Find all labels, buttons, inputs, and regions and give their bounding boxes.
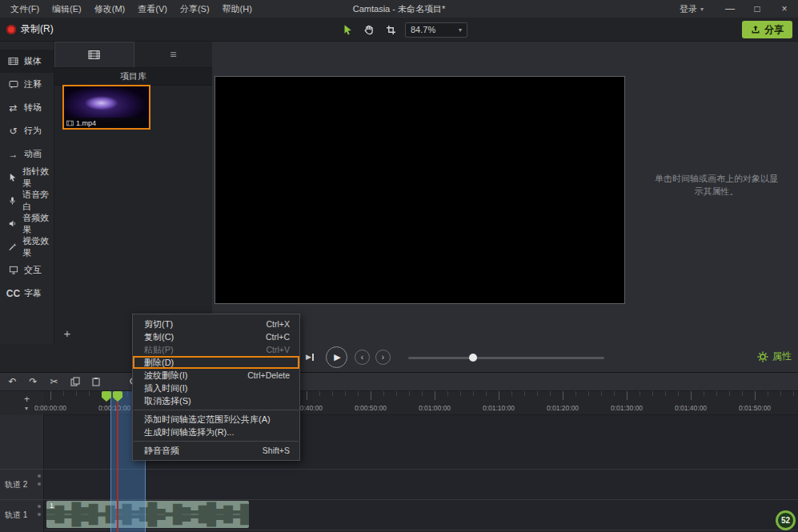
add-media-button[interactable]: + (61, 326, 74, 340)
tools-sidebar: 媒体 注释 ⇄ 转场 ↺ 行为 → 动画 指针效果 (0, 42, 54, 344)
paste-icon (91, 377, 101, 386)
sidebar-item-annotations[interactable]: 注释 (0, 73, 54, 96)
minimize-button[interactable]: — (716, 0, 744, 18)
play-icon: ▶ (334, 352, 340, 362)
sidebar-item-cursor-effects[interactable]: 指针效果 (0, 166, 54, 189)
sidebar-item-media[interactable]: 媒体 (0, 50, 54, 73)
pan-hand-tool[interactable] (362, 22, 376, 37)
redo-button[interactable]: ↷ (27, 376, 39, 387)
context-menu-item-silence-audio[interactable]: 静音音频Shift+S (133, 444, 299, 457)
tab-media-bin[interactable] (54, 42, 134, 67)
record-button[interactable]: 录制(R) (6, 22, 54, 36)
context-menu-item-cut[interactable]: 剪切(T)Ctrl+X (133, 318, 299, 330)
timeline: ↶ ↷ ✂ + ▾ 0:00:00:00 0:00:10:00 0:00:20:… (0, 372, 798, 532)
context-menu-item-paste: 粘贴(P)Ctrl+V (133, 343, 299, 356)
track-visibility-icon[interactable] (38, 513, 41, 516)
camtasia-window: 文件(F) 编辑(E) 修改(M) 查看(V) 分享(S) 帮助(H) Camt… (0, 0, 798, 532)
menu-bar: 文件(F) 编辑(E) 修改(M) 查看(V) 分享(S) 帮助(H) (0, 1, 258, 18)
ruler-label: 0:01:50:00 (739, 404, 771, 412)
media-icon (7, 57, 19, 66)
maximize-icon: □ (754, 3, 760, 14)
media-thumbnail-selected[interactable]: 1.mp4 (62, 85, 150, 130)
list-icon: ≡ (170, 48, 176, 61)
media-bin-icon (88, 50, 100, 60)
next-frame-button[interactable]: › (375, 350, 391, 365)
scrub-slider-knob[interactable] (469, 354, 477, 362)
track-lock-icon[interactable] (38, 505, 41, 508)
sidebar-item-visual-effects[interactable]: 视觉效果 (0, 235, 54, 258)
sidebar-item-audio-effects[interactable]: 音频效果 (0, 212, 54, 235)
share-button[interactable]: 分享 (742, 21, 792, 38)
track-header-1[interactable]: 轨道 1 (0, 499, 44, 530)
context-menu-item-delete[interactable]: 删除(D) (133, 356, 299, 369)
library-header: 项目库 (54, 68, 212, 86)
minimize-icon: — (725, 3, 735, 14)
callout-icon (7, 80, 19, 90)
chevron-down-icon: ▾ (700, 6, 704, 13)
add-track-button[interactable]: + (24, 394, 30, 405)
menu-help[interactable]: 帮助(H) (217, 1, 258, 18)
menu-modify[interactable]: 修改(M) (89, 1, 131, 18)
close-icon: × (781, 3, 787, 14)
menu-edit[interactable]: 编辑(E) (46, 1, 87, 18)
select-cursor-tool[interactable] (340, 22, 355, 37)
cursor-effects-icon (7, 173, 18, 182)
title-bar: 文件(F) 编辑(E) 修改(M) 查看(V) 分享(S) 帮助(H) Camt… (0, 0, 798, 18)
zoom-dropdown[interactable]: 84.7% ▾ (405, 22, 467, 38)
track-visibility-icon[interactable] (38, 482, 41, 486)
sidebar-item-transitions[interactable]: ⇄ 转场 (0, 96, 54, 119)
crop-tool[interactable] (383, 22, 398, 37)
ruler-label: 0:01:30:00 (611, 404, 643, 412)
waveform-bottom: ▃▅▂▇▄▆▁▅▃▆▂▄▇▃▁▆▄▂▅▇▃▅▂▆▄▁▇▅▃▆▂▄▆▁▃▅▇▂▄▆… (46, 514, 249, 528)
track-header-2[interactable]: 轨道 2 (0, 469, 44, 499)
export-icon (751, 25, 760, 34)
ruler-label: 0:00:00:00 (34, 404, 66, 412)
menu-view[interactable]: 查看(V) (132, 1, 173, 18)
context-menu-item-insert-time[interactable]: 插入时间(I) (133, 382, 299, 394)
preview-stage[interactable] (215, 76, 625, 304)
notification-badge[interactable]: 52 (776, 510, 796, 530)
scrub-slider[interactable] (408, 357, 604, 359)
close-button[interactable]: × (771, 0, 798, 18)
tab-library-list[interactable]: ≡ (134, 42, 213, 67)
properties-hint: 单击时间轴或画布上的对象以显 示其属性。 (636, 172, 796, 198)
jump-to-end-button[interactable]: ▶ (306, 353, 314, 361)
context-menu-item-copy[interactable]: 复制(C)Ctrl+C (133, 330, 299, 343)
menu-share[interactable]: 分享(S) (174, 1, 215, 18)
login-button[interactable]: 登录▾ (680, 3, 704, 15)
context-menu-item-produce-selection-as[interactable]: 生成时间轴选择为(R)... (133, 426, 299, 438)
ruler-label: 0:01:00:00 (419, 404, 451, 412)
context-menu: 剪切(T)Ctrl+X 复制(C)Ctrl+C 粘贴(P)Ctrl+V 删除(D… (132, 314, 300, 461)
ruler-label: 0:00:50:00 (355, 404, 387, 412)
play-button[interactable]: ▶ (326, 346, 347, 368)
properties-button[interactable]: 属性 (757, 350, 792, 363)
maximize-button[interactable]: □ (744, 0, 771, 18)
context-menu-separator (134, 441, 299, 442)
monitor-icon (7, 266, 19, 274)
paste-button[interactable] (90, 377, 102, 386)
sidebar-item-voice-narration[interactable]: 语音旁白 (0, 189, 54, 212)
sidebar-item-captions[interactable]: CC 字幕 (0, 282, 54, 305)
sidebar-item-behaviors[interactable]: ↺ 行为 (0, 119, 54, 142)
waveform-top: ▃▅▂▇▄▆▁▅▃▆▂▄▇▃▁▆▄▂▅▇▃▅▂▆▄▁▇▅▃▆▂▄▆▁▃▅▇▂▄▆… (46, 501, 249, 514)
menu-file[interactable]: 文件(F) (5, 1, 45, 18)
context-menu-item-deselect[interactable]: 取消选择(S) (133, 394, 299, 407)
collapse-tracks-icon[interactable]: ▾ (25, 405, 28, 412)
sidebar-item-interactivity[interactable]: 交互 (0, 258, 54, 282)
context-menu-item-ripple-delete[interactable]: 波纹删除(I)Ctrl+Delete (133, 369, 299, 382)
undo-button[interactable]: ↶ (6, 376, 18, 387)
clip-filename: 1.mp4 (76, 119, 96, 127)
cut-button[interactable]: ✂ (48, 376, 60, 387)
context-menu-separator (134, 410, 299, 410)
chevron-down-icon: ▾ (459, 26, 462, 34)
context-menu-item-add-selection-to-library[interactable]: 添加时间轴选定范围到公共库(A) (133, 413, 299, 426)
copy-button[interactable] (69, 377, 81, 386)
sidebar-item-animations[interactable]: → 动画 (0, 142, 54, 166)
playhead[interactable] (117, 402, 118, 532)
audio-clip[interactable]: ▃▅▂▇▄▆▁▅▃▆▂▄▇▃▁▆▄▂▅▇▃▅▂▆▄▁▇▅▃▆▂▄▆▁▃▅▇▂▄▆… (46, 501, 249, 528)
tracks-area: 轨道 2 轨道 1 (0, 415, 798, 532)
previous-frame-button[interactable]: ‹ (355, 350, 370, 365)
track-lock-icon[interactable] (38, 474, 41, 478)
cursor-icon (342, 24, 353, 35)
hand-icon (363, 24, 375, 35)
